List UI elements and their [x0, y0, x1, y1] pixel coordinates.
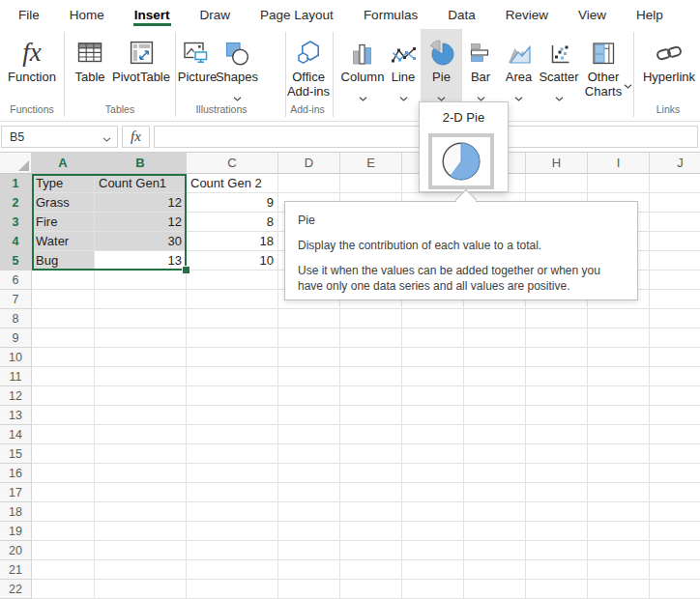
- cell-I22[interactable]: [588, 580, 650, 599]
- cell-J6[interactable]: [650, 271, 700, 290]
- cell-E18[interactable]: [340, 502, 402, 522]
- cell-C8[interactable]: [187, 309, 278, 328]
- cell-I9[interactable]: [588, 328, 650, 348]
- cell-F12[interactable]: [402, 386, 464, 406]
- cell-F10[interactable]: [402, 348, 464, 367]
- cell-A22[interactable]: [32, 580, 95, 599]
- cell-A8[interactable]: [32, 309, 95, 328]
- cell-B13[interactable]: [95, 406, 187, 425]
- column-chart-button[interactable]: Column: [340, 30, 385, 105]
- cell-C1[interactable]: Count Gen 2: [187, 174, 278, 193]
- cell-I8[interactable]: [588, 309, 650, 328]
- cell-A13[interactable]: [32, 406, 95, 425]
- cell-J16[interactable]: [650, 464, 700, 483]
- cell-I18[interactable]: [588, 502, 650, 522]
- tab-page-layout[interactable]: Page Layout: [259, 3, 335, 26]
- cell-J4[interactable]: [650, 232, 700, 251]
- cell-J2[interactable]: [650, 193, 700, 213]
- column-header-J[interactable]: J: [650, 153, 700, 174]
- cell-A7[interactable]: [32, 290, 95, 309]
- cell-I16[interactable]: [588, 464, 650, 483]
- cell-D22[interactable]: [278, 580, 340, 599]
- cell-H15[interactable]: [526, 444, 588, 464]
- row-header-17[interactable]: 17: [0, 483, 32, 502]
- column-header-H[interactable]: H: [526, 153, 588, 174]
- cell-E11[interactable]: [340, 367, 402, 386]
- cell-E15[interactable]: [340, 444, 402, 464]
- cell-F21[interactable]: [402, 560, 464, 580]
- cell-I19[interactable]: [588, 522, 650, 541]
- cell-D11[interactable]: [278, 367, 340, 386]
- row-header-13[interactable]: 13: [0, 406, 32, 425]
- cell-J19[interactable]: [650, 522, 700, 541]
- cell-H22[interactable]: [526, 580, 588, 599]
- chevron-down-icon[interactable]: [624, 75, 632, 93]
- cell-C4[interactable]: 18: [187, 232, 278, 251]
- cell-I17[interactable]: [588, 483, 650, 502]
- cell-F11[interactable]: [402, 367, 464, 386]
- name-box[interactable]: B5: [1, 126, 118, 148]
- cell-G12[interactable]: [464, 386, 526, 406]
- cell-A5[interactable]: Bug: [32, 251, 95, 271]
- office-addins-button[interactable]: Office Add-ins: [282, 30, 335, 99]
- cell-B4[interactable]: 30: [95, 232, 187, 251]
- cell-F13[interactable]: [402, 406, 464, 425]
- cell-B12[interactable]: [95, 386, 187, 406]
- cell-A18[interactable]: [32, 502, 95, 522]
- tab-insert[interactable]: Insert: [133, 3, 171, 26]
- cell-I10[interactable]: [588, 348, 650, 367]
- column-header-B[interactable]: B: [95, 153, 187, 174]
- cell-G10[interactable]: [464, 348, 526, 367]
- cell-E20[interactable]: [340, 541, 402, 560]
- cell-F22[interactable]: [402, 580, 464, 599]
- row-header-16[interactable]: 16: [0, 464, 32, 483]
- cell-E8[interactable]: [340, 309, 402, 328]
- cell-E9[interactable]: [340, 328, 402, 348]
- cell-G15[interactable]: [464, 444, 526, 464]
- cell-B1[interactable]: Count Gen1: [95, 174, 187, 193]
- tab-data[interactable]: Data: [447, 3, 477, 26]
- cell-J22[interactable]: [650, 580, 700, 599]
- row-header-11[interactable]: 11: [0, 367, 32, 386]
- column-header-D[interactable]: D: [278, 153, 340, 174]
- hyperlink-button[interactable]: Hyperlink: [640, 30, 698, 84]
- cell-J18[interactable]: [650, 502, 700, 522]
- cell-F8[interactable]: [402, 309, 464, 328]
- cell-J10[interactable]: [650, 348, 700, 367]
- line-chart-button[interactable]: Line: [386, 30, 421, 105]
- cell-D17[interactable]: [278, 483, 340, 502]
- tab-help[interactable]: Help: [635, 3, 664, 26]
- cell-E10[interactable]: [340, 348, 402, 367]
- row-header-9[interactable]: 9: [0, 328, 32, 348]
- cell-J13[interactable]: [650, 406, 700, 425]
- row-header-6[interactable]: 6: [0, 271, 32, 290]
- row-header-4[interactable]: 4: [0, 232, 32, 251]
- cell-J7[interactable]: [650, 290, 700, 309]
- cell-B20[interactable]: [95, 541, 187, 560]
- tab-home[interactable]: Home: [69, 3, 105, 26]
- cell-D20[interactable]: [278, 541, 340, 560]
- cell-H19[interactable]: [526, 522, 588, 541]
- cell-G13[interactable]: [464, 406, 526, 425]
- cell-H9[interactable]: [526, 328, 588, 348]
- cell-E17[interactable]: [340, 483, 402, 502]
- cell-A20[interactable]: [32, 541, 95, 560]
- cell-J17[interactable]: [650, 483, 700, 502]
- cell-A3[interactable]: Fire: [32, 213, 95, 232]
- cell-B7[interactable]: [95, 290, 187, 309]
- cell-H17[interactable]: [526, 483, 588, 502]
- cell-D9[interactable]: [278, 328, 340, 348]
- chevron-down-icon[interactable]: [359, 88, 367, 105]
- cell-E14[interactable]: [340, 425, 402, 444]
- cell-F14[interactable]: [402, 425, 464, 444]
- cell-H16[interactable]: [526, 464, 588, 483]
- cell-C22[interactable]: [187, 580, 278, 599]
- row-header-15[interactable]: 15: [0, 444, 32, 464]
- cell-I13[interactable]: [588, 406, 650, 425]
- cell-B17[interactable]: [95, 483, 187, 502]
- 2d-pie-gallery-item[interactable]: [428, 133, 494, 189]
- cell-J3[interactable]: [650, 213, 700, 232]
- cell-H14[interactable]: [526, 425, 588, 444]
- cell-B6[interactable]: [95, 271, 187, 290]
- cell-G22[interactable]: [464, 580, 526, 599]
